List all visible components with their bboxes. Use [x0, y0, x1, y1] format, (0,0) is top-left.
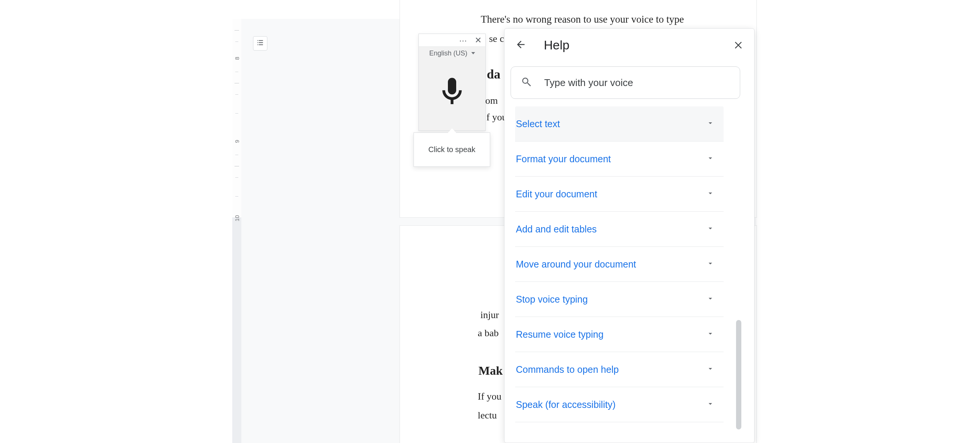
back-button[interactable]	[515, 39, 527, 52]
help-search-box[interactable]: Type with your voice	[511, 67, 740, 99]
voice-widget-titlebar[interactable]: … ✕	[419, 34, 485, 47]
chevron-down-icon	[706, 189, 714, 200]
close-icon	[733, 44, 744, 51]
help-item-speak-accessibility[interactable]: Speak (for accessibility)	[515, 387, 724, 422]
outline-icon	[256, 38, 264, 48]
help-item-edit-document[interactable]: Edit your document	[515, 176, 724, 212]
search-icon	[521, 76, 532, 89]
help-item-label: Stop voice typing	[516, 294, 588, 305]
help-item-label: Edit your document	[516, 189, 597, 200]
doc-line: se c	[489, 33, 504, 44]
ruler-tick	[235, 113, 238, 114]
voice-language-selector[interactable]: English (US)	[421, 48, 483, 59]
doc-heading: Mak	[479, 364, 503, 378]
doc-line: lectu	[478, 410, 497, 421]
chevron-down-icon	[471, 52, 475, 54]
close-icon[interactable]: ✕	[475, 35, 482, 45]
help-search-text: Type with your voice	[544, 77, 633, 89]
arrow-left-icon	[515, 45, 527, 51]
chevron-down-icon	[706, 259, 714, 270]
help-item-resume-voice-typing[interactable]: Resume voice typing	[515, 317, 724, 352]
help-item-label: Select text	[516, 119, 560, 129]
ruler-mark: 10	[234, 215, 240, 222]
help-item-format-document[interactable]: Format your document	[515, 141, 724, 176]
ruler-tick	[235, 94, 238, 95]
ruler-tick	[235, 155, 238, 155]
ruler-tick	[234, 30, 239, 30]
help-header: Help	[504, 29, 754, 62]
document-outline-button[interactable]	[253, 36, 267, 51]
help-panel: Help Type with your voice Select text Fo…	[504, 28, 754, 443]
doc-line: If you	[478, 391, 501, 402]
help-item-label: Add and edit tables	[516, 224, 597, 235]
chevron-down-icon	[706, 154, 714, 165]
chevron-down-icon	[706, 224, 714, 235]
voice-tooltip-text: Click to speak	[428, 145, 476, 154]
chevron-down-icon	[706, 399, 714, 410]
help-title: Help	[544, 38, 733, 52]
ruler-tick	[235, 41, 238, 42]
help-item-label: Commands to open help	[516, 364, 619, 375]
doc-line: a bab	[478, 327, 499, 339]
help-item-move-around-document[interactable]: Move around your document	[515, 247, 724, 282]
help-close-button[interactable]	[733, 39, 744, 51]
ruler-tick	[235, 177, 238, 178]
help-item-add-edit-tables[interactable]: Add and edit tables	[515, 212, 724, 247]
chevron-down-icon	[706, 294, 714, 305]
ruler-tick	[234, 83, 239, 83]
voice-tooltip: Click to speak	[414, 132, 490, 167]
help-scrollbar-thumb[interactable]	[736, 320, 741, 429]
help-item-select-text[interactable]: Select text	[515, 106, 724, 141]
voice-mic-button[interactable]	[430, 68, 475, 117]
help-results-list: Select text Format your document Edit yo…	[515, 106, 724, 422]
help-item-label: Format your document	[516, 154, 611, 165]
help-item-label: Speak (for accessibility)	[516, 399, 616, 410]
voice-typing-widget[interactable]: … ✕ English (US)	[418, 33, 486, 131]
ruler-mark: 8	[234, 55, 240, 62]
doc-line: injur	[480, 310, 499, 321]
chevron-down-icon	[706, 119, 714, 129]
microphone-icon	[436, 71, 469, 114]
help-item-commands-open-help[interactable]: Commands to open help	[515, 352, 724, 387]
doc-line: om	[485, 95, 498, 106]
doc-line: There's no wrong reason to use your voic…	[481, 14, 684, 25]
help-item-label: Move around your document	[516, 259, 636, 270]
ruler-tick	[234, 166, 239, 167]
ruler-page-extent	[232, 19, 241, 218]
doc-heading: da	[487, 67, 500, 81]
chevron-down-icon	[706, 364, 714, 375]
voice-language-label: English (US)	[429, 49, 467, 57]
more-icon[interactable]: …	[459, 35, 468, 46]
chevron-down-icon	[706, 329, 714, 340]
ruler-tick	[235, 72, 238, 72]
help-item-stop-voice-typing[interactable]: Stop voice typing	[515, 282, 724, 317]
ruler-mark: 9	[234, 138, 240, 145]
vertical-ruler[interactable]: 8 9 10	[232, 19, 241, 443]
ruler-tick	[235, 196, 238, 197]
help-item-label: Resume voice typing	[516, 329, 603, 340]
